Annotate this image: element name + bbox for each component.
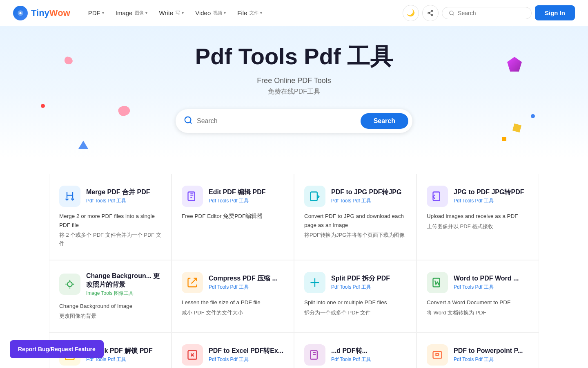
nav-items: PDF ▾ Image 图像 ▾ Write 写 ▾ Video 视频 ▾ Fi… (83, 6, 403, 20)
deco-triangle (78, 141, 88, 149)
tool-icon (59, 186, 80, 207)
tool-desc: Free PDF Editor 免费PDF编辑器 (182, 212, 284, 221)
tool-name: PDF to Powerpoint P... (454, 347, 523, 355)
tool-card[interactable]: JPG to PDF JPG转PDF Pdf Tools Pdf 工具 Uplo… (416, 174, 539, 260)
hero-search-bar: Search (176, 109, 412, 133)
tool-icon (427, 186, 448, 207)
tool-info: PDF to Excel PDF转Ex... Pdf Tools Pdf 工具 (209, 347, 283, 363)
nav-item-file[interactable]: File 文件 ▾ (232, 6, 267, 20)
dark-mode-button[interactable]: 🌙 (403, 5, 419, 21)
tool-info: Compress PDF 压缩 ... Pdf Tools Pdf 工具 (209, 274, 278, 291)
tool-card[interactable]: ...d PDF转... Pdf Tools Pdf 工具 (294, 332, 416, 368)
nav-right: 🌙 Sign In (403, 5, 575, 21)
tool-name: Split PDF 拆分 PDF (331, 274, 390, 283)
tool-card[interactable]: PDF to Excel PDF转Ex... Pdf Tools Pdf 工具 (172, 332, 294, 368)
deco-dot-red (41, 104, 45, 108)
tool-info: Change Backgroun... 更改照片的背景 Image Tools … (86, 272, 161, 297)
search-button[interactable]: Search (361, 113, 408, 129)
nav-search-input[interactable] (458, 10, 525, 16)
tool-info: Word to PDF Word ... Pdf Tools Pdf 工具 (454, 274, 519, 291)
tool-card[interactable]: Merge PDF 合并 PDF Pdf Tools Pdf 工具 Merge … (49, 174, 172, 260)
tools-grid: Merge PDF 合并 PDF Pdf Tools Pdf 工具 Merge … (41, 174, 547, 368)
tool-icon (182, 344, 203, 366)
tool-desc-zh: 将PDF转换为JPG并将每个页面下载为图像 (304, 231, 406, 240)
tool-name: Merge PDF 合并 PDF (86, 188, 150, 197)
tool-info: Merge PDF 合并 PDF Pdf Tools Pdf 工具 (86, 188, 150, 204)
tool-category: Pdf Tools Pdf 工具 (454, 197, 524, 204)
tool-card[interactable]: Split PDF 拆分 PDF Pdf Tools Pdf 工具 Split … (294, 260, 416, 332)
tool-card[interactable]: Word to PDF Word ... Pdf Tools Pdf 工具 Co… (416, 260, 539, 332)
svg-point-1 (431, 10, 433, 12)
tool-icon (182, 186, 203, 207)
tool-card-header: Edit PDF 编辑 PDF Pdf Tools Pdf 工具 (182, 186, 284, 207)
logo[interactable]: TinyWow (13, 6, 70, 20)
tool-desc: Change Background of Image (59, 302, 161, 311)
tool-card[interactable]: PDF to JPG PDF转JPG Pdf Tools Pdf 工具 Conv… (294, 174, 416, 260)
deco-shape-pink (117, 104, 131, 117)
svg-line-5 (430, 11, 432, 13)
tool-desc-zh: 上传图像并以 PDF 格式接收 (427, 222, 529, 231)
tool-category: Pdf Tools Pdf 工具 (209, 197, 266, 204)
tool-icon (304, 186, 325, 207)
tool-card[interactable]: Edit PDF 编辑 PDF Pdf Tools Pdf 工具 Free PD… (172, 174, 294, 260)
tool-icon (59, 274, 80, 295)
tool-info: PDF to Powerpoint P... Pdf Tools Pdf 工具 (454, 347, 523, 363)
tool-card-header: Split PDF 拆分 PDF Pdf Tools Pdf 工具 (304, 272, 406, 293)
tool-name: Change Backgroun... 更改照片的背景 (86, 272, 161, 289)
tool-name: Compress PDF 压缩 ... (209, 274, 278, 283)
deco-dot-yellow (502, 137, 506, 141)
tool-info: Edit PDF 编辑 PDF Pdf Tools Pdf 工具 (209, 188, 266, 204)
svg-point-6 (450, 11, 453, 14)
tool-card-header: ...d PDF转... Pdf Tools Pdf 工具 (304, 344, 406, 366)
nav-search-bar[interactable] (442, 7, 532, 19)
tool-name: PDF to Excel PDF转Ex... (209, 347, 283, 355)
tool-name: ...d PDF转... (331, 347, 371, 355)
logo-text: TinyWow (31, 8, 70, 18)
tool-card[interactable]: Compress PDF 压缩 ... Pdf Tools Pdf 工具 Les… (172, 260, 294, 332)
tool-card-header: PDF to Powerpoint P... Pdf Tools Pdf 工具 (427, 344, 529, 366)
tool-desc: Upload images and receive as a PDF (427, 212, 529, 221)
tool-category: Pdf Tools Pdf 工具 (454, 356, 523, 363)
tool-card-header: Compress PDF 压缩 ... Pdf Tools Pdf 工具 (182, 272, 284, 293)
tool-card-header: Merge PDF 合并 PDF Pdf Tools Pdf 工具 (59, 186, 161, 207)
tool-card[interactable]: Change Backgroun... 更改照片的背景 Image Tools … (49, 260, 172, 332)
tool-card[interactable]: PDF to Powerpoint P... Pdf Tools Pdf 工具 (416, 332, 539, 368)
tool-card-header: JPG to PDF JPG转PDF Pdf Tools Pdf 工具 (427, 186, 529, 207)
tool-desc-zh: 将 Word 文档转换为 PDF (427, 309, 529, 317)
nav-item-image[interactable]: Image 图像 ▾ (111, 6, 153, 20)
svg-rect-11 (311, 192, 317, 201)
chevron-down-icon: ▾ (224, 11, 226, 15)
tool-card-header: PDF to Excel PDF转Ex... Pdf Tools Pdf 工具 (182, 344, 284, 366)
svg-line-9 (190, 122, 192, 123)
tool-info: Split PDF 拆分 PDF Pdf Tools Pdf 工具 (331, 274, 390, 291)
tool-info: ...d PDF转... Pdf Tools Pdf 工具 (331, 347, 371, 363)
tool-desc-zh: 更改图像的背景 (59, 312, 161, 321)
tool-desc: Split into one or multiple PDF files (304, 298, 406, 307)
tool-name: JPG to PDF JPG转PDF (454, 188, 524, 197)
svg-point-3 (431, 14, 433, 16)
tool-category: Pdf Tools Pdf 工具 (331, 284, 390, 291)
nav-item-pdf[interactable]: PDF ▾ (83, 6, 109, 20)
tool-category: Pdf Tools Pdf 工具 (454, 284, 519, 291)
svg-point-2 (428, 12, 430, 14)
tool-icon (304, 344, 325, 366)
chevron-down-icon: ▾ (182, 11, 184, 15)
search-input[interactable] (197, 117, 361, 125)
tool-category: Pdf Tools Pdf 工具 (209, 284, 278, 291)
svg-line-4 (430, 13, 432, 15)
chevron-down-icon: ▾ (145, 11, 147, 15)
nav-item-video[interactable]: Video 视频 ▾ (190, 6, 231, 20)
hero-section: Pdf Tools Pdf 工具 Free Online PDF Tools 免… (0, 26, 588, 157)
sign-in-button[interactable]: Sign In (535, 5, 575, 20)
tool-icon (427, 344, 448, 366)
tool-category: Pdf Tools Pdf 工具 (331, 356, 371, 363)
nav-item-write[interactable]: Write 写 ▾ (154, 6, 189, 20)
tool-desc-zh: 减小 PDF 文件的文件大小 (182, 309, 284, 317)
report-bug-button[interactable]: Report Bug/Request Feature (10, 340, 104, 358)
share-button[interactable] (422, 5, 439, 21)
tool-info: JPG to PDF JPG转PDF Pdf Tools Pdf 工具 (454, 188, 524, 204)
tool-card-header: PDF to JPG PDF转JPG Pdf Tools Pdf 工具 (304, 186, 406, 207)
tool-icon (427, 272, 448, 293)
tool-name: Word to PDF Word ... (454, 274, 519, 283)
chevron-down-icon: ▾ (102, 11, 104, 15)
